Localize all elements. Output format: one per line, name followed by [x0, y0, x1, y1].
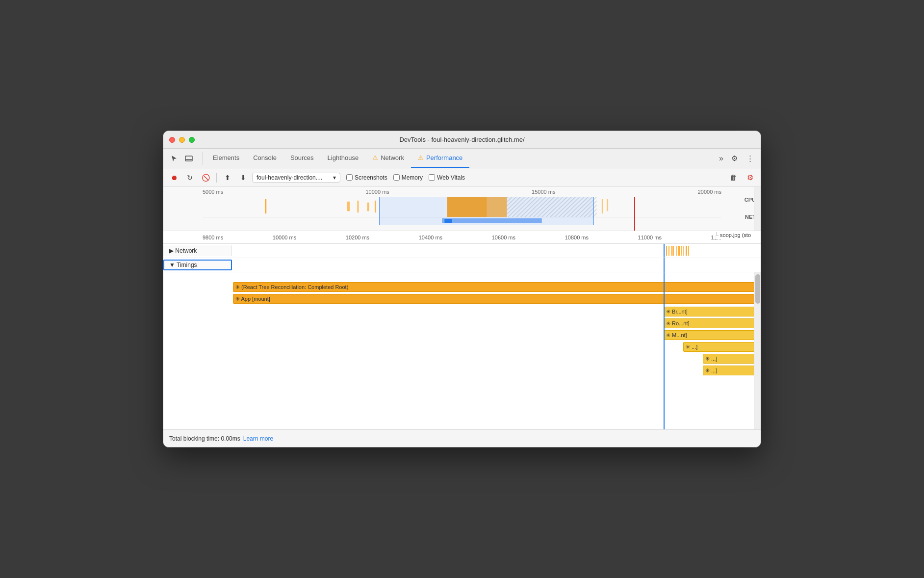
window-title: DevTools - foul-heavenly-direction.glitc…	[399, 136, 524, 143]
title-bar: DevTools - foul-heavenly-direction.glitc…	[163, 131, 761, 149]
timeline-detail-ruler: 9800 ms 10000 ms 10200 ms 10400 ms 10600…	[163, 231, 761, 244]
checkbox-group: Screenshots Memory Web Vitals	[346, 174, 465, 181]
svg-rect-19	[676, 246, 677, 256]
svg-rect-15	[666, 246, 667, 256]
svg-rect-20	[678, 246, 680, 256]
timings-time-line	[664, 258, 665, 272]
dock-icon[interactable]	[182, 152, 196, 165]
svg-rect-3	[347, 202, 350, 211]
timings-track: ▼ Timings	[163, 258, 761, 272]
traffic-lights	[169, 137, 195, 143]
tab-network[interactable]: ⚠ Network	[365, 149, 411, 168]
toolbar-divider-1	[216, 173, 217, 183]
svg-rect-21	[681, 246, 682, 256]
tab-items: Elements Console Sources Lighthouse ⚠ Ne…	[206, 149, 715, 168]
tab-bar: Elements Console Sources Lighthouse ⚠ Ne…	[163, 149, 761, 168]
ro-bar[interactable]: ✳ Ro...nt]	[664, 318, 761, 328]
ruler-marks: 5000 ms 10000 ms 15000 ms 20000 ms	[203, 189, 721, 195]
svg-rect-24	[688, 246, 689, 256]
current-time-line	[664, 244, 665, 258]
svg-rect-5	[367, 203, 369, 211]
svg-rect-23	[686, 246, 687, 256]
upload-button[interactable]: ⬆	[221, 171, 234, 184]
network-warning-icon: ⚠	[372, 154, 378, 161]
tab-console[interactable]: Console	[246, 149, 283, 168]
svg-rect-18	[672, 246, 674, 256]
svg-rect-2	[265, 199, 266, 213]
total-blocking-time: Total blocking time: 0.00ms	[169, 435, 240, 442]
url-dropdown-icon: ▾	[333, 174, 336, 181]
tab-bar-left-icons	[167, 149, 196, 168]
dot2-bar[interactable]: ✳ ...]	[703, 354, 761, 364]
tab-divider	[203, 152, 203, 165]
react-tree-bar[interactable]: ✳ (React Tree Reconciliation: Completed …	[233, 282, 761, 292]
playhead-line	[634, 197, 635, 231]
network-track-content: FP FCP	[232, 244, 761, 258]
close-button[interactable]	[169, 137, 175, 143]
svg-rect-10	[602, 199, 603, 213]
tracks-area: ▶ Network FP FCP	[163, 244, 761, 272]
svg-rect-4	[357, 201, 359, 212]
clear-button[interactable]: 🗑	[726, 171, 740, 184]
timeline-ruler: 5000 ms 10000 ms 15000 ms 20000 ms	[203, 187, 721, 197]
toolbar-right: 🗑 ⚙	[726, 171, 757, 184]
dot3-bar[interactable]: ✳ ...]	[703, 366, 761, 375]
screenshots-checkbox[interactable]: Screenshots	[346, 174, 387, 181]
toolbar: ⏺ ↻ 🚫 ⬆ ⬇ foul-heavenly-direction.... ▾ …	[163, 168, 761, 187]
tab-sources[interactable]: Sources	[283, 149, 321, 168]
selection-overlay	[379, 197, 594, 225]
network-request-label: └ soop.jpg (sto	[713, 231, 753, 239]
devtools-window: DevTools - foul-heavenly-direction.glitc…	[163, 131, 761, 447]
learn-more-link[interactable]: Learn more	[243, 435, 273, 442]
more-options-icon[interactable]: ⋮	[743, 152, 757, 165]
svg-rect-0	[185, 156, 192, 161]
performance-warning-icon: ⚠	[418, 154, 424, 161]
record-button[interactable]: ⏺	[167, 171, 181, 184]
svg-rect-17	[671, 246, 672, 256]
download-button[interactable]: ⬇	[236, 171, 250, 184]
flame-chart-area: ✳ (React Tree Reconciliation: Completed …	[163, 272, 761, 429]
stop-button[interactable]: 🚫	[199, 171, 212, 184]
svg-rect-22	[683, 246, 684, 256]
timeline-overview[interactable]: 5000 ms 10000 ms 15000 ms 20000 ms	[163, 187, 761, 231]
tab-performance[interactable]: ⚠ Performance	[411, 149, 469, 168]
capture-settings-button[interactable]: ⚙	[743, 171, 757, 184]
memory-checkbox[interactable]: Memory	[393, 174, 423, 181]
minimize-button[interactable]	[179, 137, 185, 143]
maximize-button[interactable]	[189, 137, 195, 143]
more-tabs-button[interactable]: »	[715, 149, 727, 168]
app-mount-bar[interactable]: ✳ App [mount]	[233, 294, 761, 304]
svg-rect-11	[607, 199, 608, 211]
overview-scrollbar[interactable]	[754, 187, 761, 231]
cursor-icon[interactable]	[167, 152, 181, 165]
detail-ruler-marks: 9800 ms 10000 ms 10200 ms 10400 ms 10600…	[203, 235, 721, 240]
network-track: ▶ Network FP FCP	[163, 244, 761, 258]
dot1-bar[interactable]: ✳ ...]	[683, 342, 761, 352]
reload-record-button[interactable]: ↻	[183, 171, 197, 184]
url-input[interactable]: foul-heavenly-direction.... ▾	[252, 173, 340, 183]
svg-rect-16	[668, 246, 669, 256]
web-vitals-checkbox[interactable]: Web Vitals	[429, 174, 465, 181]
timings-track-label[interactable]: ▼ Timings	[163, 260, 232, 270]
tab-bar-right: ⚙ ⋮	[727, 149, 757, 168]
settings-icon[interactable]: ⚙	[727, 152, 741, 165]
tab-lighthouse[interactable]: Lighthouse	[321, 149, 366, 168]
br-bar[interactable]: ✳ Br...nt]	[664, 307, 761, 316]
flame-time-line	[664, 272, 665, 429]
m-bar[interactable]: ✳ M...nt]	[664, 330, 761, 340]
tab-elements[interactable]: Elements	[206, 149, 246, 168]
status-bar: Total blocking time: 0.00ms Learn more	[163, 429, 761, 447]
svg-rect-6	[375, 201, 376, 212]
network-track-label[interactable]: ▶ Network	[163, 245, 232, 256]
flame-scrollbar[interactable]	[754, 272, 761, 429]
timings-track-content	[232, 258, 761, 272]
